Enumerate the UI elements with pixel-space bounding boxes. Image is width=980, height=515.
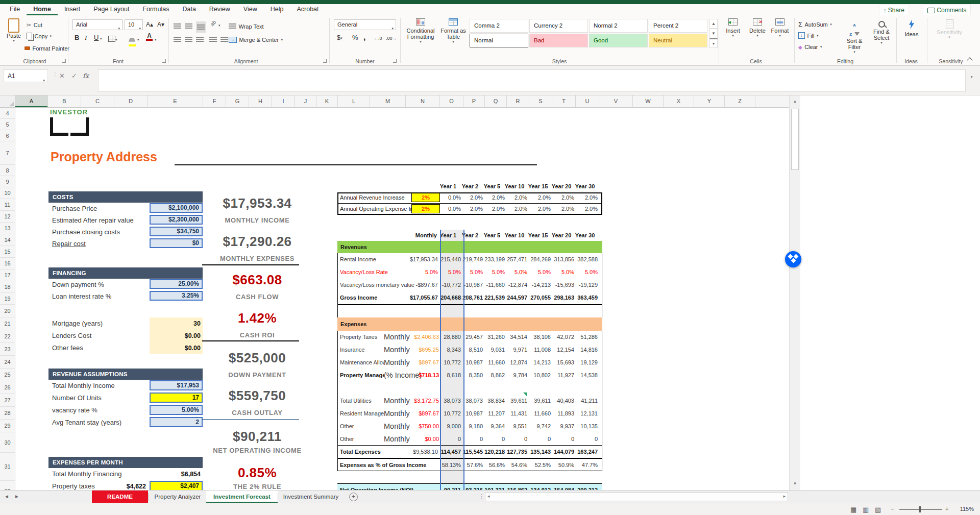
- forecast-value-cell[interactable]: 14,538: [570, 369, 598, 382]
- sheet-nav-left-icon[interactable]: ◄: [2, 491, 11, 503]
- row-header-31[interactable]: 31: [0, 453, 15, 481]
- style-gallery-normal[interactable]: Normal: [470, 34, 528, 47]
- column-header-N[interactable]: N: [406, 95, 440, 107]
- loan-detail-value[interactable]: $0.00: [150, 342, 201, 354]
- scroll-up-icon[interactable]: ▲: [790, 96, 800, 107]
- row-header-8[interactable]: 8: [0, 165, 15, 176]
- property-address-title[interactable]: Property Address: [51, 150, 157, 164]
- costs-row-value[interactable]: $2,100,000: [150, 203, 203, 213]
- conditional-formatting-button[interactable]: Conditional Formatting ▾: [404, 18, 437, 44]
- zoom-in-button[interactable]: +: [945, 506, 948, 512]
- column-header-E[interactable]: E: [148, 95, 203, 107]
- italic-button[interactable]: I: [85, 34, 87, 42]
- row-header-23[interactable]: 23: [0, 343, 15, 356]
- font-size-select[interactable]: 10 ▾: [125, 19, 143, 30]
- increase-value-cell[interactable]: 2.0%: [549, 193, 574, 203]
- forecast-label-maintenance-allowance[interactable]: Maintenance Allowance: [340, 356, 384, 369]
- financing-section-header[interactable]: FINANCING: [48, 267, 203, 279]
- forecast-label-resident-manager[interactable]: Resident Manager: [340, 407, 384, 420]
- align-top-button[interactable]: [174, 21, 181, 31]
- format-cells-button[interactable]: Format ▾: [769, 18, 791, 38]
- sheet-nav-right-icon[interactable]: ►: [12, 491, 21, 503]
- expenses-per-month-partial-mid-value[interactable]: $4,622: [97, 480, 146, 490]
- forecast-label-other[interactable]: Other: [340, 420, 384, 433]
- increase-value-cell[interactable]: 2.0%: [525, 204, 551, 214]
- insert-function-button[interactable]: fx: [83, 69, 89, 82]
- style-gallery-currency-2[interactable]: Currency 2: [529, 19, 588, 33]
- expenses-per-month-section-header[interactable]: EXPENSES PER MONTH: [48, 457, 203, 468]
- shrink-font-button[interactable]: A▾: [157, 21, 164, 28]
- column-header-O[interactable]: O: [440, 95, 463, 107]
- increase-row-label[interactable]: Annual Revenue Increase: [340, 193, 405, 203]
- costs-row-value[interactable]: $0: [150, 238, 203, 248]
- revenue-assumption-label[interactable]: Total Monthly Income: [52, 380, 149, 392]
- expenses-per-month-label[interactable]: Total Monthly Financing: [52, 468, 149, 480]
- fill-button[interactable]: ↓ Fill ▾: [798, 31, 818, 40]
- row-header-20[interactable]: 20: [0, 305, 15, 317]
- row-header-15[interactable]: 15: [0, 246, 15, 258]
- increase-decimal-button[interactable]: ←.0: [374, 36, 382, 41]
- row-header-6[interactable]: 6: [0, 130, 15, 141]
- style-gallery-comma-2[interactable]: Comma 2: [470, 19, 528, 33]
- row-header-9[interactable]: 9: [0, 176, 15, 187]
- column-header-K[interactable]: K: [316, 95, 338, 107]
- forecast-monthly-value[interactable]: 5.0%: [395, 266, 438, 279]
- costs-row-label[interactable]: Purchase Price: [52, 203, 149, 214]
- wrap-text-button[interactable]: Wrap Text: [229, 21, 264, 31]
- forecast-value-cell[interactable]: 200,212: [569, 484, 598, 490]
- increase-value-cell[interactable]: 2.0%: [479, 204, 505, 214]
- forecast-monthly-value[interactable]: -$897.67: [395, 279, 438, 291]
- financing-row-label[interactable]: Down payment %: [52, 279, 149, 290]
- ribbon-tab-data[interactable]: Data: [176, 4, 202, 15]
- hscroll-left-icon[interactable]: ◂: [487, 494, 490, 499]
- revenue-assumption-label[interactable]: Avg Tenant stay (years): [52, 416, 149, 429]
- increase-value-cell[interactable]: 2.0%: [549, 204, 574, 214]
- grow-font-button[interactable]: A▴: [146, 21, 153, 28]
- sort-filter-button[interactable]: AZ Sort & Filter ▾: [841, 19, 868, 54]
- cancel-button[interactable]: ✕: [59, 69, 65, 82]
- vertical-scrollbar-thumb[interactable]: [791, 109, 799, 170]
- row-header-16[interactable]: 16: [0, 258, 15, 269]
- style-gallery-normal-2[interactable]: Normal 2: [589, 19, 648, 33]
- font-color-button[interactable]: A: [146, 33, 153, 41]
- forecast-label-total-utilities[interactable]: Total Utilities: [340, 395, 384, 407]
- forecast-monthly-value[interactable]: $17,953.34: [395, 253, 438, 266]
- column-header-T[interactable]: T: [552, 95, 576, 107]
- loan-detail-label[interactable]: Lenders Cost: [52, 330, 149, 342]
- name-box[interactable]: A1 ▾: [3, 69, 48, 82]
- forecast-value-cell[interactable]: 163,247: [569, 446, 598, 458]
- row-header-24[interactable]: 24: [0, 356, 15, 369]
- column-header-W[interactable]: W: [633, 95, 664, 107]
- forecast-label-property-management[interactable]: Property Management: [340, 369, 384, 382]
- sheet-tab-investment-forecast[interactable]: Investment Forecast: [206, 491, 278, 503]
- delete-cells-button[interactable]: ✕ Delete ▾: [746, 18, 769, 38]
- costs-row-label[interactable]: Purchase closing costs: [52, 226, 149, 238]
- number-dialog-launcher[interactable]: [393, 59, 397, 63]
- decrease-indent-button[interactable]: [209, 35, 217, 44]
- forecast-monthly-value[interactable]: $750.00: [396, 420, 439, 433]
- column-header-C[interactable]: C: [81, 95, 114, 107]
- row-header-27[interactable]: 27: [0, 394, 15, 407]
- select-all-corner[interactable]: [0, 95, 15, 108]
- orientation-button[interactable]: ab: [209, 19, 217, 28]
- borders-button[interactable]: ▾: [108, 35, 117, 44]
- underline-button[interactable]: U: [94, 34, 99, 41]
- forecast-value-cell[interactable]: 47.7%: [570, 459, 598, 472]
- hscroll-right-icon[interactable]: ▸: [783, 494, 786, 499]
- column-header-X[interactable]: X: [664, 95, 694, 107]
- forecast-value-cell[interactable]: 5.0%: [570, 266, 598, 279]
- column-header-S[interactable]: S: [529, 95, 552, 107]
- style-gallery-neutral[interactable]: Neutral: [649, 34, 707, 47]
- bold-button[interactable]: B: [75, 34, 79, 41]
- row-header-30[interactable]: 30: [0, 432, 15, 453]
- forecast-value-cell[interactable]: 41,211: [570, 395, 598, 407]
- column-header-Z[interactable]: Z: [725, 95, 755, 107]
- comments-button[interactable]: Comments: [923, 5, 971, 16]
- ribbon-tab-help[interactable]: Help: [264, 4, 290, 15]
- column-header-Q[interactable]: Q: [485, 95, 507, 107]
- decrease-decimal-button[interactable]: .00→: [386, 36, 397, 41]
- ribbon-tab-acrobat[interactable]: Acrobat: [290, 4, 325, 15]
- row-header-22[interactable]: 22: [0, 330, 15, 343]
- font-family-select[interactable]: Arial ▾: [72, 19, 122, 30]
- column-header-L[interactable]: L: [338, 95, 370, 107]
